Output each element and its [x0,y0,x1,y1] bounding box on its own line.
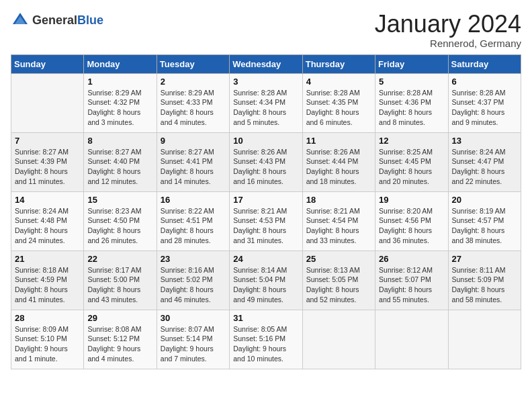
calendar-cell: 11Sunrise: 8:26 AMSunset: 4:44 PMDayligh… [302,132,375,191]
week-row-3: 14Sunrise: 8:24 AMSunset: 4:48 PMDayligh… [11,191,521,250]
weekday-header-saturday: Saturday [448,54,521,73]
day-info: Sunrise: 8:28 AMSunset: 4:35 PMDaylight:… [306,88,371,128]
calendar-cell: 1Sunrise: 8:29 AMSunset: 4:32 PMDaylight… [84,73,157,132]
day-number: 20 [452,195,517,205]
month-title: January 2024 [375,11,521,38]
weekday-header-row: SundayMondayTuesdayWednesdayThursdayFrid… [11,54,521,73]
day-number: 14 [15,195,80,205]
calendar-cell: 13Sunrise: 8:24 AMSunset: 4:47 PMDayligh… [448,132,521,191]
calendar-cell: 5Sunrise: 8:28 AMSunset: 4:36 PMDaylight… [375,73,448,132]
weekday-header-sunday: Sunday [11,54,84,73]
calendar-cell: 31Sunrise: 8:05 AMSunset: 5:16 PMDayligh… [230,310,302,369]
calendar-cell: 14Sunrise: 8:24 AMSunset: 4:48 PMDayligh… [11,191,84,250]
day-number: 4 [306,77,371,87]
day-info: Sunrise: 8:29 AMSunset: 4:33 PMDaylight:… [161,88,226,128]
calendar-table: SundayMondayTuesdayWednesdayThursdayFrid… [11,54,521,369]
weekday-header-friday: Friday [375,54,448,73]
day-number: 29 [87,313,152,323]
week-row-5: 28Sunrise: 8:09 AMSunset: 5:10 PMDayligh… [11,310,521,369]
day-number: 31 [233,313,298,323]
day-info: Sunrise: 8:20 AMSunset: 4:56 PMDaylight:… [379,206,444,246]
calendar-cell: 15Sunrise: 8:23 AMSunset: 4:50 PMDayligh… [84,191,157,250]
day-number: 21 [15,254,80,264]
day-info: Sunrise: 8:25 AMSunset: 4:45 PMDaylight:… [379,147,444,187]
day-info: Sunrise: 8:28 AMSunset: 4:37 PMDaylight:… [452,88,517,128]
calendar-cell: 16Sunrise: 8:22 AMSunset: 4:51 PMDayligh… [157,191,229,250]
weekday-header-monday: Monday [84,54,157,73]
week-row-2: 7Sunrise: 8:27 AMSunset: 4:39 PMDaylight… [11,132,521,191]
calendar-cell: 22Sunrise: 8:17 AMSunset: 5:00 PMDayligh… [84,250,157,310]
day-info: Sunrise: 8:27 AMSunset: 4:39 PMDaylight:… [15,147,80,187]
calendar-cell: 8Sunrise: 8:27 AMSunset: 4:40 PMDaylight… [84,132,157,191]
day-info: Sunrise: 8:14 AMSunset: 5:04 PMDaylight:… [233,265,298,305]
calendar-cell: 24Sunrise: 8:14 AMSunset: 5:04 PMDayligh… [230,250,302,310]
day-info: Sunrise: 8:27 AMSunset: 4:40 PMDaylight:… [87,147,152,187]
weekday-header-tuesday: Tuesday [157,54,229,73]
calendar-cell: 3Sunrise: 8:28 AMSunset: 4:34 PMDaylight… [230,73,302,132]
calendar-cell: 27Sunrise: 8:11 AMSunset: 5:09 PMDayligh… [448,250,521,310]
day-number: 2 [161,77,226,87]
day-number: 11 [306,136,371,146]
day-info: Sunrise: 8:07 AMSunset: 5:14 PMDaylight:… [161,324,226,364]
calendar-cell: 19Sunrise: 8:20 AMSunset: 4:56 PMDayligh… [375,191,448,250]
title-area: January 2024 Rennerod, Germany [375,11,521,49]
logo-icon [11,11,30,30]
day-info: Sunrise: 8:24 AMSunset: 4:48 PMDaylight:… [15,206,80,246]
day-number: 3 [233,77,298,87]
calendar-cell: 26Sunrise: 8:12 AMSunset: 5:07 PMDayligh… [375,250,448,310]
calendar-cell: 21Sunrise: 8:18 AMSunset: 4:59 PMDayligh… [11,250,84,310]
day-number: 27 [452,254,517,264]
calendar-cell [375,310,448,369]
day-number: 19 [379,195,444,205]
calendar-cell: 29Sunrise: 8:08 AMSunset: 5:12 PMDayligh… [84,310,157,369]
day-info: Sunrise: 8:22 AMSunset: 4:51 PMDaylight:… [161,206,226,246]
day-info: Sunrise: 8:09 AMSunset: 5:10 PMDaylight:… [15,324,80,364]
day-info: Sunrise: 8:26 AMSunset: 4:43 PMDaylight:… [233,147,298,187]
day-number: 26 [379,254,444,264]
calendar-cell [11,73,84,132]
location: Rennerod, Germany [375,38,521,49]
calendar-cell [448,310,521,369]
day-number: 9 [161,136,226,146]
calendar-cell: 17Sunrise: 8:21 AMSunset: 4:53 PMDayligh… [230,191,302,250]
page-header: GeneralBlue January 2024 Rennerod, Germa… [11,11,521,49]
day-info: Sunrise: 8:27 AMSunset: 4:41 PMDaylight:… [161,147,226,187]
day-info: Sunrise: 8:23 AMSunset: 4:50 PMDaylight:… [87,206,152,246]
weekday-header-thursday: Thursday [302,54,375,73]
day-info: Sunrise: 8:29 AMSunset: 4:32 PMDaylight:… [87,88,152,128]
logo-text: GeneralBlue [32,13,103,28]
day-number: 15 [87,195,152,205]
day-number: 24 [233,254,298,264]
day-info: Sunrise: 8:05 AMSunset: 5:16 PMDaylight:… [233,324,298,364]
day-info: Sunrise: 8:13 AMSunset: 5:05 PMDaylight:… [306,265,371,305]
day-number: 5 [379,77,444,87]
day-info: Sunrise: 8:11 AMSunset: 5:09 PMDaylight:… [452,265,517,305]
day-info: Sunrise: 8:17 AMSunset: 5:00 PMDaylight:… [87,265,152,305]
day-number: 30 [161,313,226,323]
day-info: Sunrise: 8:24 AMSunset: 4:47 PMDaylight:… [452,147,517,187]
day-info: Sunrise: 8:26 AMSunset: 4:44 PMDaylight:… [306,147,371,187]
logo-general: General [32,13,77,27]
weekday-header-wednesday: Wednesday [230,54,302,73]
calendar-cell: 20Sunrise: 8:19 AMSunset: 4:57 PMDayligh… [448,191,521,250]
calendar-cell: 10Sunrise: 8:26 AMSunset: 4:43 PMDayligh… [230,132,302,191]
day-number: 1 [87,77,152,87]
day-number: 23 [161,254,226,264]
day-number: 22 [87,254,152,264]
calendar-cell: 25Sunrise: 8:13 AMSunset: 5:05 PMDayligh… [302,250,375,310]
day-info: Sunrise: 8:28 AMSunset: 4:34 PMDaylight:… [233,88,298,128]
calendar-cell: 9Sunrise: 8:27 AMSunset: 4:41 PMDaylight… [157,132,229,191]
calendar-cell: 6Sunrise: 8:28 AMSunset: 4:37 PMDaylight… [448,73,521,132]
day-number: 16 [161,195,226,205]
day-info: Sunrise: 8:19 AMSunset: 4:57 PMDaylight:… [452,206,517,246]
calendar-cell: 28Sunrise: 8:09 AMSunset: 5:10 PMDayligh… [11,310,84,369]
logo: GeneralBlue [11,11,103,30]
day-info: Sunrise: 8:12 AMSunset: 5:07 PMDaylight:… [379,265,444,305]
day-info: Sunrise: 8:21 AMSunset: 4:54 PMDaylight:… [306,206,371,246]
calendar-cell: 30Sunrise: 8:07 AMSunset: 5:14 PMDayligh… [157,310,229,369]
day-info: Sunrise: 8:28 AMSunset: 4:36 PMDaylight:… [379,88,444,128]
calendar-cell [302,310,375,369]
day-number: 6 [452,77,517,87]
day-number: 18 [306,195,371,205]
calendar-cell: 18Sunrise: 8:21 AMSunset: 4:54 PMDayligh… [302,191,375,250]
